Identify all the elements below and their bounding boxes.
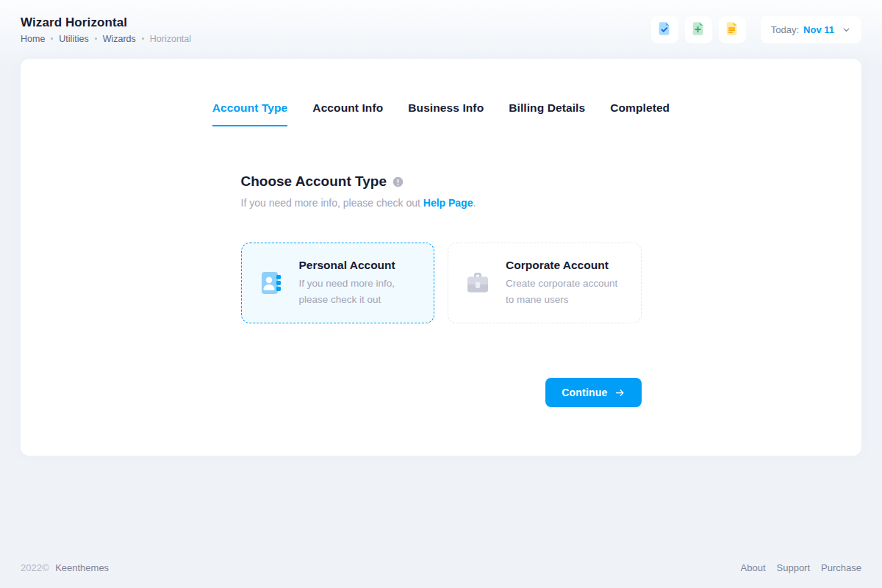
- date-value: Nov 11: [803, 24, 834, 35]
- chevron-down-icon: [842, 25, 851, 35]
- address-book-icon: [257, 268, 286, 298]
- footer-link-support[interactable]: Support: [777, 562, 811, 573]
- breadcrumb-separator-dot: [95, 37, 97, 40]
- file-plus-button[interactable]: [685, 16, 712, 43]
- continue-label: Continue: [562, 387, 607, 398]
- file-check-button[interactable]: [651, 16, 678, 43]
- step-heading: Choose Account Type: [241, 173, 642, 190]
- option-personal-account[interactable]: Personal Account If you need more info, …: [241, 243, 435, 323]
- subtext-period: .: [473, 197, 476, 209]
- option-title: Personal Account: [299, 259, 420, 272]
- arrow-right-icon: [614, 387, 625, 398]
- breadcrumb-item-utilities[interactable]: Utilities: [59, 34, 88, 44]
- file-check-icon: [656, 21, 673, 39]
- option-description: Create corporate account to mane users: [506, 276, 626, 307]
- tab-business-info[interactable]: Business Info: [408, 101, 484, 126]
- date-picker-button[interactable]: Today: Nov 11: [761, 16, 861, 43]
- breadcrumb-item-home[interactable]: Home: [21, 34, 45, 44]
- file-lines-icon: [724, 21, 740, 39]
- option-description: If you need more info, please check it o…: [299, 276, 420, 307]
- tab-account-type[interactable]: Account Type: [212, 101, 288, 126]
- wizard-step-content: Choose Account Type If you need more inf…: [241, 173, 642, 407]
- header-left: Wizard Horizontal Home Utilities Wizards…: [21, 15, 191, 44]
- copyright-year: 2022©: [21, 562, 49, 573]
- wizard-steps-nav: Account Type Account Info Business Info …: [21, 101, 861, 126]
- step-title: Choose Account Type: [241, 173, 387, 190]
- file-plus-icon: [690, 21, 706, 39]
- date-label: Today:: [771, 24, 799, 35]
- page-title: Wizard Horizontal: [21, 15, 191, 30]
- footer-link-about[interactable]: About: [741, 562, 766, 573]
- step-subtext: If you need more info, please check out …: [241, 197, 642, 209]
- continue-button[interactable]: Continue: [545, 378, 641, 407]
- breadcrumb-current: Horizontal: [150, 34, 191, 44]
- option-title: Corporate Account: [506, 259, 626, 272]
- option-text: Corporate Account Create corporate accou…: [506, 259, 626, 307]
- wizard-actions: Continue: [241, 378, 642, 407]
- breadcrumb: Home Utilities Wizards Horizontal: [21, 34, 191, 44]
- footer-link-purchase[interactable]: Purchase: [821, 562, 861, 573]
- file-lines-button[interactable]: [719, 16, 746, 43]
- tab-completed[interactable]: Completed: [610, 101, 670, 126]
- header: Wizard Horizontal Home Utilities Wizards…: [0, 0, 882, 59]
- option-corporate-account[interactable]: Corporate Account Create corporate accou…: [448, 243, 642, 323]
- briefcase-icon: [463, 268, 492, 298]
- tab-account-info[interactable]: Account Info: [312, 101, 383, 126]
- option-text: Personal Account If you need more info, …: [299, 259, 420, 307]
- footer-links: About Support Purchase: [741, 562, 861, 573]
- breadcrumb-item-wizards[interactable]: Wizards: [103, 34, 136, 44]
- breadcrumb-separator-dot: [51, 37, 53, 40]
- header-actions: Today: Nov 11: [651, 16, 861, 43]
- footer-copyright: 2022© Keenthemes: [21, 562, 109, 573]
- info-icon: [392, 176, 404, 187]
- breadcrumb-separator-dot: [142, 37, 144, 40]
- account-type-options: Personal Account If you need more info, …: [241, 243, 642, 323]
- footer: 2022© Keenthemes About Support Purchase: [0, 562, 882, 588]
- tab-billing-details[interactable]: Billing Details: [509, 101, 585, 126]
- help-page-link[interactable]: Help Page: [423, 197, 473, 209]
- subtext-text: If you need more info, please check out: [241, 197, 420, 209]
- copyright-link[interactable]: Keenthemes: [55, 562, 109, 573]
- wizard-card: Account Type Account Info Business Info …: [21, 59, 861, 456]
